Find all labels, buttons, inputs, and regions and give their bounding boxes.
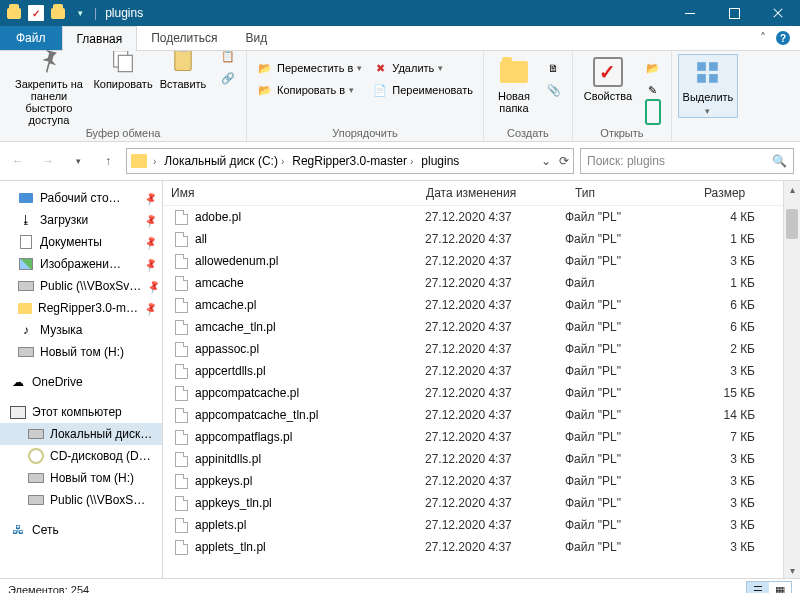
- properties-icon[interactable]: ✓: [28, 5, 44, 21]
- ribbon-tabs: Файл Главная Поделиться Вид ˄ ?: [0, 26, 800, 51]
- scroll-up-icon[interactable]: ▴: [784, 181, 800, 197]
- address-bar[interactable]: › Локальный диск (C:)› RegRipper3.0-mast…: [126, 148, 574, 174]
- rename-button[interactable]: 📄Переименовать: [368, 80, 477, 100]
- tab-share[interactable]: Поделиться: [137, 26, 231, 50]
- sidebar-item-quick-1[interactable]: ⭳Загрузки📌: [0, 209, 162, 231]
- ribbon: Закрепить на панели быстрого доступа Коп…: [0, 51, 800, 142]
- vertical-scrollbar[interactable]: ▴ ▾: [783, 181, 800, 578]
- help-icon[interactable]: ?: [776, 31, 790, 45]
- open-button[interactable]: 📂: [641, 58, 665, 78]
- file-icon: [173, 363, 189, 379]
- edit-button[interactable]: ✎: [641, 80, 665, 100]
- copy-label: Копировать: [93, 78, 152, 90]
- col-name[interactable]: Имя: [163, 186, 418, 200]
- file-row[interactable]: appkeys.pl27.12.2020 4:37Файл "PL"3 КБ: [163, 470, 800, 492]
- file-icon: [173, 517, 189, 533]
- paste-shortcut-button[interactable]: 🔗: [216, 68, 240, 88]
- history-icon: [645, 104, 661, 120]
- search-box[interactable]: Поиск: plugins 🔍: [580, 148, 794, 174]
- file-row[interactable]: appcompatcache.pl27.12.2020 4:37Файл "PL…: [163, 382, 800, 404]
- file-row[interactable]: appcompatcache_tln.pl27.12.2020 4:37Файл…: [163, 404, 800, 426]
- file-row[interactable]: applets_tln.pl27.12.2020 4:37Файл "PL"3 …: [163, 536, 800, 558]
- copyto-icon: 📂: [257, 82, 273, 98]
- sidebar-drive-2[interactable]: Новый том (H:): [0, 467, 162, 489]
- scroll-down-icon[interactable]: ▾: [784, 562, 800, 578]
- select-all-button[interactable]: Выделить ▾: [678, 54, 738, 118]
- file-icon: [173, 407, 189, 423]
- forward-button[interactable]: →: [36, 149, 60, 173]
- ribbon-group-select: Выделить ▾: [672, 51, 744, 141]
- new-item-button[interactable]: 🗎: [542, 58, 566, 78]
- sidebar-item-quick-7[interactable]: Новый том (H:): [0, 341, 162, 363]
- file-row[interactable]: allowedenum.pl27.12.2020 4:37Файл "PL"3 …: [163, 250, 800, 272]
- col-date[interactable]: Дата изменения: [418, 186, 567, 200]
- file-row[interactable]: amcache27.12.2020 4:37Файл1 КБ: [163, 272, 800, 294]
- sidebar-onedrive[interactable]: ☁ OneDrive: [0, 371, 162, 393]
- collapse-ribbon-icon[interactable]: ˄: [760, 31, 766, 45]
- view-thumbs-button[interactable]: ▦: [769, 582, 791, 593]
- tab-view[interactable]: Вид: [231, 26, 281, 50]
- pin-to-quick-access-button[interactable]: Закрепить на панели быстрого доступа: [6, 42, 92, 126]
- file-row[interactable]: appcertdlls.pl27.12.2020 4:37Файл "PL"3 …: [163, 360, 800, 382]
- column-headers: Имя Дата изменения Тип Размер: [163, 181, 800, 206]
- window-title: plugins: [105, 6, 143, 20]
- file-row[interactable]: appinitdlls.pl27.12.2020 4:37Файл "PL"3 …: [163, 448, 800, 470]
- back-button[interactable]: ←: [6, 149, 30, 173]
- new-folder-icon: [498, 56, 530, 88]
- sidebar-item-quick-0[interactable]: Рабочий сто…📌: [0, 187, 162, 209]
- view-details-button[interactable]: ☰: [747, 582, 769, 593]
- pc-icon: [10, 404, 26, 420]
- file-row[interactable]: applets.pl27.12.2020 4:37Файл "PL"3 КБ: [163, 514, 800, 536]
- delete-button[interactable]: ✖Удалить▾: [368, 58, 477, 78]
- col-size[interactable]: Размер: [696, 186, 781, 200]
- qat-dropdown-icon[interactable]: ▾: [72, 5, 88, 21]
- history-button[interactable]: [641, 102, 665, 122]
- close-button[interactable]: [756, 0, 800, 26]
- move-icon: 📂: [257, 60, 273, 76]
- file-row[interactable]: amcache_tln.pl27.12.2020 4:37Файл "PL"6 …: [163, 316, 800, 338]
- copy-to-button[interactable]: 📂Копировать в▾: [253, 80, 366, 100]
- folder-icon[interactable]: [6, 5, 22, 21]
- recent-locations-button[interactable]: ▾: [66, 149, 90, 173]
- sidebar-item-quick-4[interactable]: Public (\\VBoxSv…📌: [0, 275, 162, 297]
- file-list: adobe.pl27.12.2020 4:37Файл "PL"4 КБall2…: [163, 206, 800, 558]
- file-icon: [173, 539, 189, 555]
- file-row[interactable]: appassoc.pl27.12.2020 4:37Файл "PL"2 КБ: [163, 338, 800, 360]
- desktop-icon: [18, 190, 34, 206]
- new-folder-icon[interactable]: [50, 5, 66, 21]
- ribbon-group-organize: 📂Переместить в▾ 📂Копировать в▾ ✖Удалить▾…: [247, 51, 484, 141]
- sidebar-this-pc[interactable]: Этот компьютер: [0, 401, 162, 423]
- sidebar-item-quick-2[interactable]: Документы📌: [0, 231, 162, 253]
- sidebar-drive-1[interactable]: CD-дисковод (D…: [0, 445, 162, 467]
- sidebar-item-quick-3[interactable]: Изображени…📌: [0, 253, 162, 275]
- tab-home[interactable]: Главная: [62, 26, 138, 51]
- move-to-button[interactable]: 📂Переместить в▾: [253, 58, 366, 78]
- sidebar-item-quick-6[interactable]: ♪Музыка: [0, 319, 162, 341]
- edit-icon: ✎: [645, 82, 661, 98]
- address-dropdown-icon[interactable]: ⌄: [541, 154, 551, 168]
- refresh-button[interactable]: ⟳: [555, 149, 573, 173]
- file-row[interactable]: amcache.pl27.12.2020 4:37Файл "PL"6 КБ: [163, 294, 800, 316]
- new-folder-button[interactable]: Новая папка: [490, 54, 538, 114]
- group-label-open: Открыть: [579, 126, 665, 141]
- sidebar-item-quick-5[interactable]: RegRipper3.0-m…📌: [0, 297, 162, 319]
- maximize-button[interactable]: [712, 0, 756, 26]
- minimize-button[interactable]: [668, 0, 712, 26]
- scroll-thumb[interactable]: [786, 209, 798, 239]
- file-row[interactable]: appcompatflags.pl27.12.2020 4:37Файл "PL…: [163, 426, 800, 448]
- sidebar-drive-0[interactable]: Локальный диск…: [0, 423, 162, 445]
- col-type[interactable]: Тип: [567, 186, 696, 200]
- doc-icon: [18, 234, 34, 250]
- file-row[interactable]: adobe.pl27.12.2020 4:37Файл "PL"4 КБ: [163, 206, 800, 228]
- easy-access-button[interactable]: 📎: [542, 80, 566, 100]
- file-row[interactable]: appkeys_tln.pl27.12.2020 4:37Файл "PL"3 …: [163, 492, 800, 514]
- properties-button[interactable]: ✓ Свойства: [579, 54, 637, 102]
- file-list-pane: Имя Дата изменения Тип Размер adobe.pl27…: [163, 181, 800, 578]
- sidebar-drive-3[interactable]: Public (\\VBoxS…: [0, 489, 162, 511]
- up-button[interactable]: ↑: [96, 149, 120, 173]
- file-row[interactable]: all27.12.2020 4:37Файл "PL"1 КБ: [163, 228, 800, 250]
- shortcut-icon: 🔗: [220, 70, 236, 86]
- drive-icon: [28, 426, 44, 442]
- pin-icon: 📌: [145, 278, 161, 294]
- sidebar-network[interactable]: 🖧 Сеть: [0, 519, 162, 541]
